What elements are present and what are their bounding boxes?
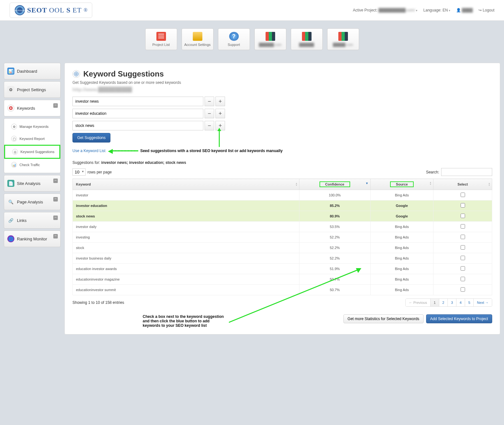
add-keyword-button[interactable]: + [215, 109, 225, 118]
logo-text-3: S [66, 6, 71, 14]
select-checkbox[interactable] [461, 193, 465, 197]
rows-per-page-select[interactable]: 10 [72, 168, 86, 176]
cell-keyword: investing [73, 232, 299, 243]
seed-keyword-input[interactable] [72, 109, 203, 118]
cell-keyword: stock news [73, 211, 299, 222]
arrow-up-icon [216, 128, 222, 147]
sidebar-ranking-monitor[interactable]: 🌐Ranking Monitor− [4, 231, 61, 247]
cell-select [433, 232, 492, 243]
tile-label: Account Settings [184, 43, 211, 47]
table-row: investor100.0%Bing Ads [73, 190, 492, 201]
use-keyword-list-link[interactable]: Use a Keyword List [72, 149, 105, 153]
select-checkbox[interactable] [461, 256, 465, 260]
sidebar-dashboard[interactable]: 📊Dashboard [4, 63, 61, 79]
add-keywords-button[interactable]: Add Selected Keywords to Project [426, 314, 492, 323]
cell-confidence: 52.2% [299, 253, 370, 264]
cell-source: Google [370, 211, 433, 222]
select-checkbox[interactable] [461, 214, 465, 218]
toolbar-tile-0[interactable]: Project List [145, 28, 177, 50]
table-row: stock52.2%Bing Ads [73, 243, 492, 253]
logo[interactable]: SEOTOOLSET SEOTOOLSET® [10, 3, 92, 18]
cell-confidence: 80.9% [299, 211, 370, 222]
page-2[interactable]: 2 [439, 299, 448, 306]
cell-select [433, 222, 492, 232]
search-input[interactable] [441, 168, 492, 176]
select-checkbox[interactable] [461, 266, 465, 271]
tile-label: ██████.com [259, 43, 282, 47]
folder-icon [193, 32, 202, 41]
cell-confidence: 100.0% [299, 190, 370, 201]
user-menu[interactable]: 👤 ████ [456, 8, 473, 12]
cell-select [433, 211, 492, 222]
select-checkbox[interactable] [461, 245, 465, 250]
toolbar-tile-2[interactable]: ?Support [218, 28, 250, 50]
collapse-icon[interactable]: − [53, 197, 58, 202]
logo-text-1: SEOT [27, 6, 47, 14]
page-5[interactable]: 5 [465, 299, 473, 306]
sidebar-sub-label: Check Traffic [19, 163, 40, 167]
remove-keyword-button[interactable]: − [205, 109, 214, 118]
col-select[interactable]: Select [433, 179, 492, 190]
toolbar-tile-4[interactable]: ██████ [291, 28, 323, 50]
toolbar-tile-1[interactable]: Account Settings [182, 28, 214, 50]
select-checkbox[interactable] [461, 203, 465, 208]
page-1[interactable]: 1 [430, 299, 439, 306]
cell-confidence: 53.5% [299, 222, 370, 232]
main-content: Keyword Suggestions Get Suggested Keywor… [64, 63, 500, 334]
sidebar-links[interactable]: 🔗Links− [4, 212, 61, 229]
list-icon [156, 32, 166, 41]
svg-marker-7 [217, 128, 221, 131]
seed-keyword-input[interactable] [72, 97, 203, 106]
sidebar-sub-check-traffic[interactable]: 📊Check Traffic [4, 159, 60, 171]
toolbar-tile-3[interactable]: ██████.com [254, 28, 286, 50]
col-keyword[interactable]: Keyword [73, 179, 299, 190]
app-header: SEOTOOLSET SEOTOOLSET® Active Project: █… [0, 0, 504, 21]
select-checkbox[interactable] [461, 224, 465, 229]
sidebar: 📊Dashboard ⚙Project Settings Keywords− ⚙… [4, 63, 61, 334]
select-checkbox[interactable] [461, 235, 465, 239]
logout-link[interactable]: ↪ Logout [478, 8, 494, 12]
suggestions-for: Suggestions for: investor news; investor… [72, 160, 492, 165]
page-prev[interactable]: ← Previous [406, 299, 430, 306]
help-icon: ? [229, 32, 239, 41]
sidebar-site-analysis[interactable]: 📄Site Analysis− [4, 175, 61, 192]
sidebar-sub-manage-keywords[interactable]: ⚙Manage Keywords [4, 121, 60, 133]
arrow-diagonal-icon [229, 267, 363, 324]
cell-keyword: investor education [73, 201, 299, 211]
bullet-icon: ⚙ [11, 124, 17, 129]
target-icon [72, 70, 80, 78]
svg-line-8 [229, 270, 358, 322]
annotation-2: Check a box next to the keyword suggesti… [143, 314, 226, 328]
seed-keyword-input[interactable] [72, 121, 203, 130]
page-next[interactable]: Next → [473, 299, 492, 306]
toolbar-tile-5[interactable]: █████.com [327, 28, 359, 50]
cell-source: Google [370, 201, 433, 211]
sidebar-page-analysis[interactable]: 🔍Page Analysis− [4, 194, 61, 210]
cell-source: Bing Ads [370, 232, 433, 243]
collapse-icon[interactable]: − [53, 216, 58, 220]
collapse-icon[interactable]: − [53, 234, 58, 238]
cell-select [433, 253, 492, 264]
page-4[interactable]: 4 [456, 299, 465, 306]
col-confidence[interactable]: Confidence [299, 179, 370, 190]
collapse-icon[interactable]: − [53, 179, 58, 183]
cell-select [433, 274, 492, 285]
language-selector[interactable]: Language: EN [423, 8, 450, 12]
select-checkbox[interactable] [461, 277, 465, 281]
cell-select [433, 243, 492, 253]
bullet-icon: ◎ [12, 149, 18, 155]
sidebar-keywords[interactable]: Keywords− [4, 100, 61, 116]
collapse-icon[interactable]: − [53, 103, 58, 108]
remove-keyword-button[interactable]: − [205, 97, 214, 106]
page-3[interactable]: 3 [448, 299, 456, 306]
add-keyword-button[interactable]: + [215, 97, 225, 106]
active-project-selector[interactable]: Active Project: ██████████.com/ [353, 8, 418, 12]
sidebar-project-settings[interactable]: ⚙Project Settings [4, 81, 61, 98]
sidebar-sub-keyword-suggestions[interactable]: ◎Keyword Suggestions [4, 145, 60, 159]
remove-keyword-button[interactable]: − [205, 121, 214, 130]
cell-select [433, 264, 492, 274]
select-checkbox[interactable] [461, 287, 465, 292]
col-source[interactable]: Source [370, 179, 433, 190]
get-suggestions-button[interactable]: Get Suggestions [72, 133, 110, 143]
sidebar-sub-keyword-report[interactable]: ▢Keyword Report [4, 133, 60, 145]
